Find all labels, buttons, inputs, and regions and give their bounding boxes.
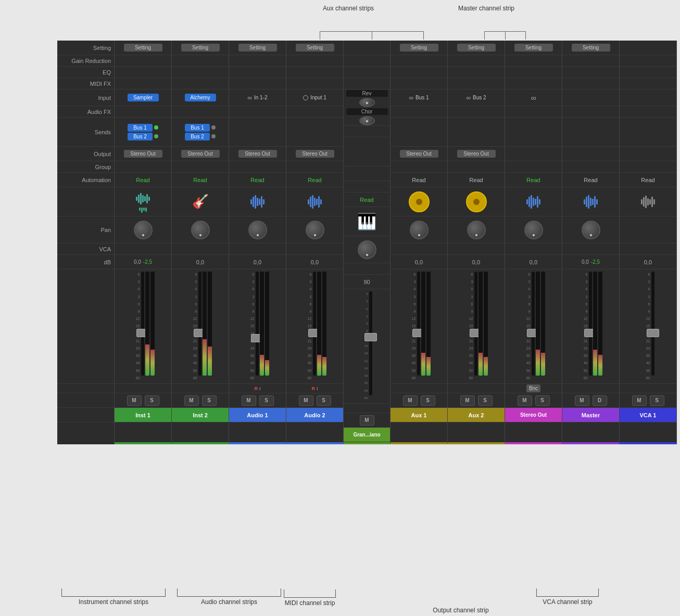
audio1-meter-right [265, 272, 269, 376]
aux1-sends-row [391, 118, 447, 147]
audio2-m-btn[interactable]: M [299, 395, 313, 406]
inst2-setting-btn[interactable]: Setting [181, 44, 220, 52]
master-waveform [584, 194, 598, 210]
aux1-vca-row [391, 243, 447, 255]
audio2-output-row: Stereo Out [286, 147, 343, 161]
master-setting-btn[interactable]: Setting [572, 44, 610, 52]
inst2-fader-track[interactable] [198, 272, 202, 376]
audio2-fader-track[interactable] [313, 272, 316, 376]
inst1-output-btn[interactable]: Stereo Out [124, 150, 162, 158]
aux1-meter-left-fill [421, 353, 425, 376]
stereoout-s-btn[interactable]: S [535, 395, 550, 406]
aux2-s-btn[interactable]: S [478, 395, 493, 406]
vca1-automation-btn[interactable]: Read [641, 177, 654, 183]
aux2-setting-btn[interactable]: Setting [457, 44, 496, 52]
aux1-pan-knob[interactable] [410, 221, 429, 239]
aux2-meter-right-fill [484, 357, 488, 376]
stereoout-vca-row [505, 243, 562, 255]
vca1-s-btn[interactable]: S [650, 395, 664, 406]
master-automation-btn[interactable]: Read [584, 177, 597, 183]
inst1-gain-row [115, 55, 171, 67]
aux2-yellow-inner [472, 198, 481, 206]
inst1-automation-btn[interactable]: Read [136, 177, 149, 183]
aux1-automation-btn[interactable]: Read [412, 177, 425, 183]
audio1-pan-dot [257, 234, 259, 236]
vca1-m-btn[interactable]: M [632, 395, 647, 406]
stereoout-meter-right-fill [541, 353, 545, 376]
audio1-output-btn[interactable]: Stereo Out [238, 150, 277, 158]
midi-fader-track[interactable] [369, 291, 372, 395]
inst2-meter-right-fill [208, 346, 212, 376]
audio1-automation-btn[interactable]: Read [250, 177, 264, 183]
vca1-fader-thumb[interactable] [647, 329, 659, 337]
inst1-s-btn[interactable]: S [145, 395, 159, 406]
inst2-automation-btn[interactable]: Read [193, 177, 207, 183]
inst2-output-btn[interactable]: Stereo Out [181, 150, 220, 158]
aux1-icon-row [391, 187, 447, 216]
stereoout-automation-btn[interactable]: Read [526, 177, 540, 183]
aux1-s-btn[interactable]: S [421, 395, 435, 406]
aux2-pan-dot [475, 234, 477, 236]
stereoout-bnc-btn[interactable]: Bnc [526, 384, 540, 392]
midi-m-btn[interactable]: M [360, 415, 374, 426]
inst2-pan-knob[interactable] [191, 221, 210, 239]
master-pan-knob[interactable] [582, 221, 600, 239]
inst1-pan-knob[interactable] [134, 221, 153, 239]
inst2-vca-row [172, 243, 229, 255]
aux1-fader-track[interactable] [417, 272, 420, 376]
aux1-m-btn[interactable]: M [403, 395, 418, 406]
inst1-input-btn[interactable]: Sampler [128, 94, 159, 101]
audio2-s-btn[interactable]: S [317, 395, 331, 406]
inst1-meter-right [150, 272, 155, 376]
midi-rev-knob[interactable] [359, 98, 375, 107]
audio1-m-btn[interactable]: M [242, 395, 256, 406]
inst2-s-btn[interactable]: S [202, 395, 217, 406]
midi-automation-btn[interactable]: Read [360, 197, 373, 203]
aux2-output-btn[interactable]: Stereo Out [457, 150, 496, 158]
master-m-btn[interactable]: M [575, 395, 589, 406]
vca1-eq-row [620, 67, 676, 78]
aux2-fader-row: 63036 9121518 212430405060 [448, 270, 505, 384]
aux2-m-btn[interactable]: M [460, 395, 475, 406]
audio2-fader-scale: 63036 9121518 212430405060 [304, 272, 312, 381]
stereoout-fader-track[interactable] [532, 272, 535, 376]
audio2-setting-btn[interactable]: Setting [296, 44, 334, 52]
inst1-bus1-btn[interactable]: Bus 1 [128, 124, 153, 132]
midi-chor-knob[interactable] [359, 116, 375, 125]
midi-pan-knob[interactable] [358, 240, 376, 259]
inst2-bus1-btn[interactable]: Bus 1 [185, 124, 210, 132]
master-fader-track[interactable] [589, 272, 592, 376]
master-d-btn[interactable]: D [593, 395, 607, 406]
vca1-fader-track[interactable] [651, 272, 654, 376]
inst2-m-btn[interactable]: M [184, 395, 199, 406]
aux1-output-btn[interactable]: Stereo Out [400, 150, 438, 158]
audio2-output-btn[interactable]: Stereo Out [296, 150, 334, 158]
audio2-automation-btn[interactable]: Read [308, 177, 321, 183]
audio1-s-btn[interactable]: S [259, 395, 274, 406]
stereoout-setting-btn[interactable]: Setting [514, 44, 553, 52]
inst1-setting-btn[interactable]: Setting [124, 44, 162, 52]
inst1-bus2-btn[interactable]: Bus 2 [128, 133, 153, 140]
aux2-fader-track[interactable] [474, 272, 477, 376]
aux2-fader-scale: 63036 9121518 212430405060 [465, 272, 473, 381]
stereoout-m-btn[interactable]: M [518, 395, 532, 406]
inst2-db-main: 0,0 [196, 259, 204, 265]
inst1-fader-track[interactable] [141, 272, 144, 376]
audio2-pan-knob[interactable] [306, 221, 324, 239]
aux2-automation-btn[interactable]: Read [469, 177, 483, 183]
audio1-fader-track[interactable] [256, 272, 259, 376]
audio1-setting-btn[interactable]: Setting [238, 44, 277, 52]
inst1-m-btn[interactable]: M [127, 395, 142, 406]
aux2-sends-row [448, 118, 505, 147]
aux1-setting-btn[interactable]: Setting [400, 44, 438, 52]
aux1-ms-row: M S [391, 393, 447, 408]
audio1-pan-knob[interactable] [248, 221, 267, 239]
inst2-input-btn[interactable]: Alchemy [185, 94, 216, 101]
midi-fader-thumb[interactable] [364, 333, 377, 341]
channel-strip-audio1: Setting ∞ In 1-2 Stereo Out Read [229, 41, 286, 444]
stereoout-pan-knob[interactable] [524, 221, 543, 239]
aux2-pan-knob[interactable] [467, 221, 486, 239]
stereoout-automation-row: Read [505, 173, 562, 187]
inst2-bus2-btn[interactable]: Bus 2 [185, 133, 210, 140]
aux2-input-label: Bus 2 [473, 95, 486, 100]
